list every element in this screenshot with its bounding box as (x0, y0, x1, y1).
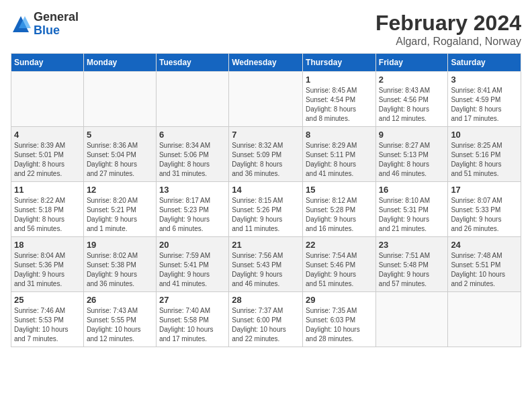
day-info: Sunrise: 8:10 AM Sunset: 5:31 PM Dayligh… (379, 196, 445, 234)
column-header-monday: Monday (83, 54, 156, 72)
day-info: Sunrise: 8:25 AM Sunset: 5:16 PM Dayligh… (451, 141, 518, 179)
day-number: 5 (87, 130, 153, 140)
day-number: 15 (306, 185, 373, 195)
calendar-subtitle: Algard, Rogaland, Norway (375, 36, 521, 48)
logo-general-text: General (34, 11, 79, 24)
day-info: Sunrise: 7:48 AM Sunset: 5:51 PM Dayligh… (451, 251, 518, 289)
day-number: 13 (159, 185, 226, 195)
calendar-cell: 21Sunrise: 7:56 AM Sunset: 5:43 PM Dayli… (229, 237, 303, 292)
day-number: 29 (306, 295, 373, 305)
header-row: SundayMondayTuesdayWednesdayThursdayFrid… (11, 54, 521, 72)
day-number: 25 (14, 295, 81, 305)
calendar-cell: 7Sunrise: 8:32 AM Sunset: 5:09 PM Daylig… (229, 127, 303, 182)
logo-blue-text: Blue (34, 24, 79, 38)
logo: General Blue (11, 11, 79, 38)
day-info: Sunrise: 7:43 AM Sunset: 5:55 PM Dayligh… (87, 306, 153, 344)
day-info: Sunrise: 8:22 AM Sunset: 5:18 PM Dayligh… (14, 196, 81, 234)
column-header-wednesday: Wednesday (229, 54, 303, 72)
day-number: 24 (451, 240, 518, 250)
day-number: 12 (87, 185, 153, 195)
day-number: 9 (379, 130, 445, 140)
week-row-4: 18Sunrise: 8:04 AM Sunset: 5:36 PM Dayli… (11, 237, 521, 292)
calendar-title: February 2024 (375, 11, 521, 36)
calendar-cell: 3Sunrise: 8:41 AM Sunset: 4:59 PM Daylig… (448, 72, 521, 127)
calendar-cell: 20Sunrise: 7:59 AM Sunset: 5:41 PM Dayli… (156, 237, 228, 292)
calendar-header: SundayMondayTuesdayWednesdayThursdayFrid… (11, 54, 521, 72)
calendar-cell: 10Sunrise: 8:25 AM Sunset: 5:16 PM Dayli… (448, 127, 521, 182)
day-number: 20 (159, 240, 226, 250)
calendar-cell (156, 72, 228, 127)
column-header-friday: Friday (375, 54, 448, 72)
column-header-saturday: Saturday (448, 54, 521, 72)
day-info: Sunrise: 8:41 AM Sunset: 4:59 PM Dayligh… (451, 86, 518, 124)
calendar-cell (83, 72, 156, 127)
day-info: Sunrise: 7:51 AM Sunset: 5:48 PM Dayligh… (379, 251, 445, 289)
week-row-2: 4Sunrise: 8:39 AM Sunset: 5:01 PM Daylig… (11, 127, 521, 182)
calendar-cell: 9Sunrise: 8:27 AM Sunset: 5:13 PM Daylig… (375, 127, 448, 182)
day-info: Sunrise: 7:54 AM Sunset: 5:46 PM Dayligh… (306, 251, 373, 289)
day-number: 2 (379, 75, 445, 85)
day-info: Sunrise: 8:32 AM Sunset: 5:09 PM Dayligh… (232, 141, 300, 179)
calendar-cell: 16Sunrise: 8:10 AM Sunset: 5:31 PM Dayli… (375, 182, 448, 237)
calendar-cell (11, 72, 84, 127)
calendar-cell: 19Sunrise: 8:02 AM Sunset: 5:38 PM Dayli… (83, 237, 156, 292)
day-info: Sunrise: 8:27 AM Sunset: 5:13 PM Dayligh… (379, 141, 445, 179)
calendar-cell: 25Sunrise: 7:46 AM Sunset: 5:53 PM Dayli… (11, 292, 84, 347)
calendar-cell: 12Sunrise: 8:20 AM Sunset: 5:21 PM Dayli… (83, 182, 156, 237)
day-info: Sunrise: 7:35 AM Sunset: 6:03 PM Dayligh… (306, 306, 373, 344)
day-info: Sunrise: 7:56 AM Sunset: 5:43 PM Dayligh… (232, 251, 300, 289)
page-header: General Blue February 2024 Algard, Rogal… (11, 11, 521, 48)
calendar-cell: 13Sunrise: 8:17 AM Sunset: 5:23 PM Dayli… (156, 182, 228, 237)
day-info: Sunrise: 8:29 AM Sunset: 5:11 PM Dayligh… (306, 141, 373, 179)
calendar-table: SundayMondayTuesdayWednesdayThursdayFrid… (11, 53, 521, 347)
logo-text: General Blue (34, 11, 79, 38)
day-number: 7 (232, 130, 300, 140)
calendar-cell: 26Sunrise: 7:43 AM Sunset: 5:55 PM Dayli… (83, 292, 156, 347)
day-number: 26 (87, 295, 153, 305)
day-info: Sunrise: 7:59 AM Sunset: 5:41 PM Dayligh… (159, 251, 226, 289)
day-info: Sunrise: 8:34 AM Sunset: 5:06 PM Dayligh… (159, 141, 226, 179)
day-number: 19 (87, 240, 153, 250)
day-info: Sunrise: 7:46 AM Sunset: 5:53 PM Dayligh… (14, 306, 81, 344)
day-number: 21 (232, 240, 300, 250)
calendar-cell: 27Sunrise: 7:40 AM Sunset: 5:58 PM Dayli… (156, 292, 228, 347)
day-info: Sunrise: 7:37 AM Sunset: 6:00 PM Dayligh… (232, 306, 300, 344)
calendar-cell (375, 292, 448, 347)
day-number: 1 (306, 75, 373, 85)
day-info: Sunrise: 8:36 AM Sunset: 5:04 PM Dayligh… (87, 141, 153, 179)
calendar-cell: 1Sunrise: 8:45 AM Sunset: 4:54 PM Daylig… (303, 72, 376, 127)
day-info: Sunrise: 8:20 AM Sunset: 5:21 PM Dayligh… (87, 196, 153, 234)
calendar-cell: 18Sunrise: 8:04 AM Sunset: 5:36 PM Dayli… (11, 237, 84, 292)
calendar-cell: 15Sunrise: 8:12 AM Sunset: 5:28 PM Dayli… (303, 182, 376, 237)
column-header-sunday: Sunday (11, 54, 84, 72)
calendar-cell: 24Sunrise: 7:48 AM Sunset: 5:51 PM Dayli… (448, 237, 521, 292)
calendar-cell: 2Sunrise: 8:43 AM Sunset: 4:56 PM Daylig… (375, 72, 448, 127)
week-row-3: 11Sunrise: 8:22 AM Sunset: 5:18 PM Dayli… (11, 182, 521, 237)
calendar-cell: 22Sunrise: 7:54 AM Sunset: 5:46 PM Dayli… (303, 237, 376, 292)
day-number: 11 (14, 185, 81, 195)
calendar-cell: 6Sunrise: 8:34 AM Sunset: 5:06 PM Daylig… (156, 127, 228, 182)
calendar-cell: 29Sunrise: 7:35 AM Sunset: 6:03 PM Dayli… (303, 292, 376, 347)
calendar-cell: 17Sunrise: 8:07 AM Sunset: 5:33 PM Dayli… (448, 182, 521, 237)
day-number: 6 (159, 130, 226, 140)
day-info: Sunrise: 7:40 AM Sunset: 5:58 PM Dayligh… (159, 306, 226, 344)
day-info: Sunrise: 8:39 AM Sunset: 5:01 PM Dayligh… (14, 141, 81, 179)
calendar-cell: 8Sunrise: 8:29 AM Sunset: 5:11 PM Daylig… (303, 127, 376, 182)
column-header-tuesday: Tuesday (156, 54, 228, 72)
day-info: Sunrise: 8:45 AM Sunset: 4:54 PM Dayligh… (306, 86, 373, 124)
day-info: Sunrise: 8:12 AM Sunset: 5:28 PM Dayligh… (306, 196, 373, 234)
week-row-1: 1Sunrise: 8:45 AM Sunset: 4:54 PM Daylig… (11, 72, 521, 127)
calendar-cell: 5Sunrise: 8:36 AM Sunset: 5:04 PM Daylig… (83, 127, 156, 182)
day-number: 3 (451, 75, 518, 85)
day-number: 18 (14, 240, 81, 250)
day-info: Sunrise: 8:15 AM Sunset: 5:26 PM Dayligh… (232, 196, 300, 234)
column-header-thursday: Thursday (303, 54, 376, 72)
calendar-body: 1Sunrise: 8:45 AM Sunset: 4:54 PM Daylig… (11, 72, 521, 347)
day-number: 16 (379, 185, 445, 195)
calendar-cell: 11Sunrise: 8:22 AM Sunset: 5:18 PM Dayli… (11, 182, 84, 237)
day-info: Sunrise: 8:07 AM Sunset: 5:33 PM Dayligh… (451, 196, 518, 234)
calendar-cell (448, 292, 521, 347)
day-number: 10 (451, 130, 518, 140)
day-number: 17 (451, 185, 518, 195)
calendar-cell (229, 72, 303, 127)
